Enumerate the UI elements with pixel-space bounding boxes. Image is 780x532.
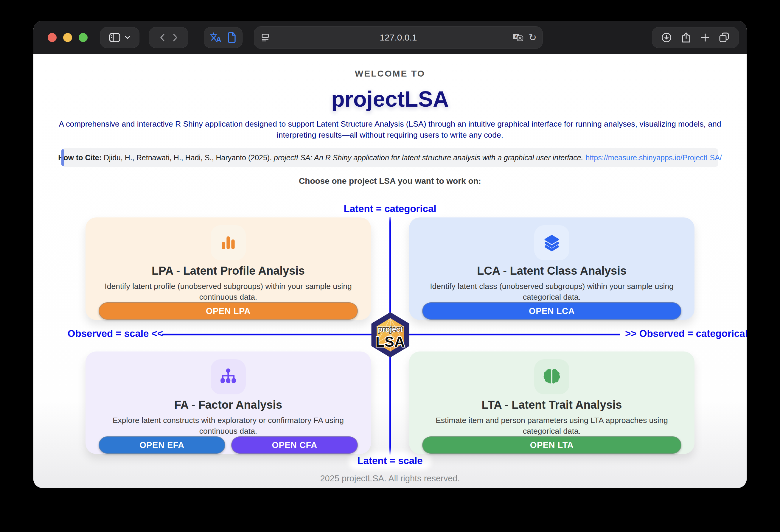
citation-authors: Djidu, H., Retnawati, H., Hadi, S., Hary… (102, 153, 274, 162)
citation-link[interactable]: https://measure.shinyapps.io/ProjectLSA/ (586, 153, 722, 162)
tab-overview-icon[interactable] (719, 32, 730, 43)
nav-divider (168, 32, 169, 43)
card-fa: FA - Factor Analysis Explore latent cons… (86, 351, 371, 454)
axis-label-latent-scale: Latent = scale (351, 454, 429, 467)
citation-work-title: projectLSA: An R Shiny application for l… (274, 153, 583, 162)
reader-document-icon[interactable] (227, 32, 236, 43)
welcome-label: WELCOME TO (33, 68, 747, 79)
open-lca-button[interactable]: OPEN LCA (422, 302, 681, 320)
minimize-window-button[interactable] (63, 33, 72, 42)
forward-icon[interactable] (173, 33, 178, 42)
axis-label-observed-scale: Observed = scale << (60, 328, 163, 339)
card-title-lta: LTA - Latent Trait Analysis (482, 398, 622, 412)
bar-chart-icon (211, 225, 246, 260)
open-efa-button[interactable]: OPEN EFA (99, 436, 225, 454)
downloads-icon[interactable] (661, 32, 672, 43)
card-description-lca: Identify latent class (unobserved subgro… (422, 281, 681, 302)
close-window-button[interactable] (48, 33, 57, 42)
page-content: WELCOME TO projectLSA A comprehensive an… (33, 54, 747, 488)
card-lta: LTA - Latent Trait Analysis Estimate ite… (409, 351, 694, 454)
app-description: A comprehensive and interactive R Shiny … (46, 118, 734, 141)
browser-toolbar: A 127.0.0.1 (33, 21, 747, 54)
open-cfa-button[interactable]: OPEN CFA (231, 436, 358, 454)
address-bar[interactable]: 127.0.0.1 A ↻ (254, 26, 543, 49)
zoom-window-button[interactable] (79, 33, 88, 42)
back-icon[interactable] (160, 33, 165, 42)
axis-label-observed-categorical: >> Observed = categorical (625, 328, 747, 339)
window-actions-group (652, 27, 739, 48)
citation-accent-bar (61, 149, 64, 166)
open-lpa-button[interactable]: OPEN LPA (99, 302, 358, 320)
citation-box: How to Cite: Djidu, H., Retnawati, H., H… (62, 148, 718, 167)
url-text[interactable]: 127.0.0.1 (254, 33, 543, 43)
history-nav-group (149, 27, 188, 48)
new-tab-icon[interactable] (701, 33, 710, 42)
project-lsa-logo: project LSA (371, 312, 410, 357)
choose-prompt: Choose one project LSA you want to work … (33, 176, 747, 186)
page-tools-group: A (204, 27, 243, 48)
share-icon[interactable] (681, 32, 691, 43)
card-description-lta: Estimate item and person parameters usin… (422, 415, 681, 436)
logo-text-lsa: LSA (376, 334, 405, 350)
translate-icon[interactable]: A (210, 32, 222, 43)
page-title: projectLSA (33, 86, 747, 112)
brain-icon (534, 359, 569, 394)
open-lta-button[interactable]: OPEN LTA (422, 436, 681, 454)
browser-window: A 127.0.0.1 (33, 21, 747, 488)
svg-text:A: A (216, 35, 222, 43)
card-title-lca: LCA - Latent Class Analysis (477, 264, 627, 277)
card-lca: LCA - Latent Class Analysis Identify lat… (409, 217, 694, 320)
card-description-lpa: Identify latent profile (unobserved subg… (99, 281, 358, 302)
axis-label-latent-categorical: Latent = categorical (338, 202, 442, 215)
card-lpa: LPA - Latent Profile Analysis Identify l… (86, 217, 371, 320)
chevron-down-icon (125, 36, 131, 39)
hierarchy-icon (211, 359, 246, 394)
card-title-fa: FA - Factor Analysis (174, 398, 283, 412)
card-title-lpa: LPA - Latent Profile Analysis (152, 264, 305, 277)
citation-label: How to Cite: (58, 153, 102, 162)
layers-icon (534, 225, 569, 260)
reload-icon[interactable]: ↻ (529, 33, 537, 42)
footer-copyright: 2025 projectLSA. All rights reserved. (33, 474, 747, 483)
sidebar-toggle-group[interactable] (100, 27, 139, 48)
logo-text-project: project (378, 325, 403, 333)
traffic-lights (48, 33, 88, 42)
sidebar-icon (109, 33, 120, 42)
translate-badge-icon[interactable]: A (513, 33, 524, 42)
card-description-fa: Explore latent constructs with explorato… (99, 415, 358, 436)
